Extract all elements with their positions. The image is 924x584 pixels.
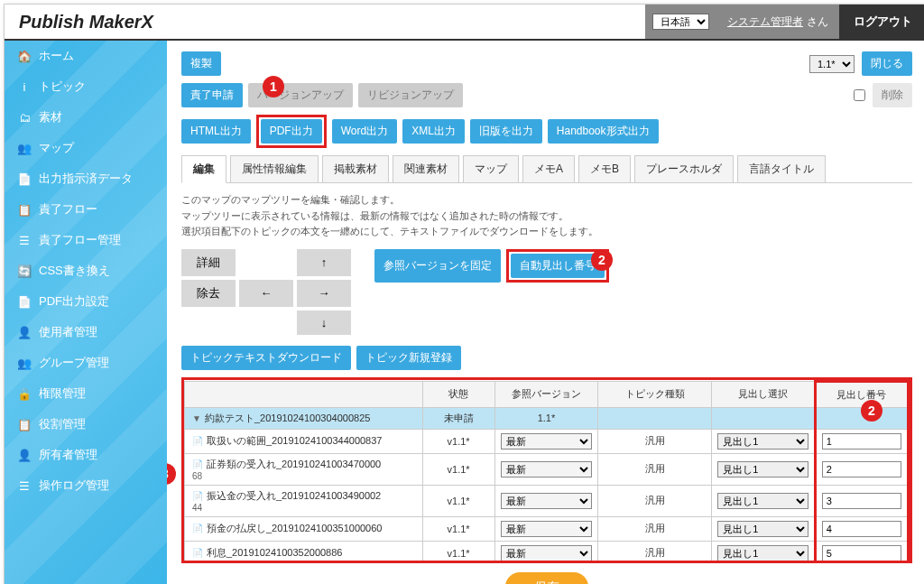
cell-name: 📄取扱いの範囲_20191024100344000837 — [185, 429, 423, 453]
row-icon: 📄 — [192, 491, 203, 501]
heading-number-input[interactable] — [822, 433, 901, 450]
sidebar-item-css[interactable]: 🔄CSS書き換え — [5, 255, 167, 286]
revision-up-button: リビジョンアップ — [358, 83, 463, 107]
sidebar-item-owner-mgmt[interactable]: 👤所有者管理 — [5, 440, 167, 470]
table-row[interactable]: 📄取扱いの範囲_20191024100344000837v1.1*最新汎用見出し… — [185, 429, 909, 453]
cell-heading: 見出し1 — [712, 516, 816, 541]
sidebar-item-home[interactable]: 🏠ホーム — [5, 41, 167, 71]
cell-refver: 1.1* — [494, 407, 598, 429]
sidebar-label: CSS書き換え — [39, 263, 110, 279]
sidebar-item-pdf-settings[interactable]: 📄PDF出力設定 — [5, 286, 167, 317]
refver-select[interactable]: 最新 — [501, 493, 593, 509]
sidebar-label: 使用者管理 — [39, 324, 97, 340]
cell-type: 汎用 — [598, 541, 712, 561]
topic-new-button[interactable]: トピック新規登録 — [356, 346, 461, 370]
heading-number-input[interactable] — [822, 521, 901, 537]
info-text: このマップのマップツリーを編集・確認します。 マップツリーに表示されている情報は… — [181, 192, 912, 240]
tab-memoa[interactable]: メモA — [522, 155, 575, 182]
logout-button[interactable]: ログアウト — [839, 5, 924, 39]
left-button[interactable]: ← — [239, 280, 293, 307]
tab-attr[interactable]: 属性情報編集 — [230, 155, 319, 182]
old-output-button[interactable]: 旧版を出力 — [470, 119, 542, 144]
cell-state: v1.1* — [422, 516, 494, 541]
handbook-output-button[interactable]: Handbook形式出力 — [548, 119, 659, 144]
detail-button[interactable]: 詳細 — [181, 249, 236, 276]
sidebar-item-group-mgmt[interactable]: 👥グループ管理 — [5, 348, 167, 378]
row-icon: 📄 — [192, 524, 203, 533]
language-selector[interactable]: 日本語 — [652, 14, 709, 30]
pdf-output-button[interactable]: PDF出力 — [261, 119, 322, 144]
close-button[interactable]: 閉じる — [862, 51, 912, 76]
table-row[interactable]: 📄預金の払戻し_20191024100351000060v1.1*最新汎用見出し… — [185, 516, 909, 541]
heading-number-input[interactable] — [822, 493, 901, 509]
right-button[interactable]: → — [297, 280, 351, 307]
tab-map[interactable]: マップ — [463, 155, 519, 182]
tab-langtitle[interactable]: 言語タイトル — [737, 155, 826, 182]
refver-select[interactable]: 最新 — [501, 545, 593, 561]
sidebar-label: 責了フロー管理 — [39, 232, 121, 248]
cell-heading — [712, 407, 816, 429]
username[interactable]: システム管理者 — [727, 14, 803, 30]
sidebar-item-log-mgmt[interactable]: ☰操作ログ管理 — [5, 470, 167, 501]
remove-button[interactable]: 除去 — [181, 280, 236, 307]
topic-download-button[interactable]: トピックテキストダウンロード — [181, 346, 351, 370]
table-row[interactable]: 📄振込金の受入れ_20191024100349000244v1.1*最新汎用見出… — [185, 485, 909, 516]
table-row[interactable]: ▼約款テスト_20191024100304000825未申請1.1* — [185, 407, 909, 429]
heading-select[interactable]: 見出し1 — [717, 545, 808, 561]
xml-output-button[interactable]: XML出力 — [402, 119, 465, 144]
sidebar-item-flow[interactable]: 📋責了フロー — [5, 194, 167, 225]
cell-refver: 最新 — [494, 541, 598, 561]
sidebar-label: 出力指示済データ — [39, 171, 133, 187]
sidebar-item-flow-mgmt[interactable]: ☰責了フロー管理 — [5, 225, 167, 255]
tab-related[interactable]: 関連素材 — [393, 155, 459, 182]
sidebar-item-topic[interactable]: iトピック — [5, 71, 167, 102]
refver-select[interactable]: 最新 — [501, 461, 593, 477]
cell-state: v1.1* — [422, 429, 494, 453]
heading-select[interactable]: 見出し1 — [717, 493, 808, 509]
sidebar-item-perm-mgmt[interactable]: 🔒権限管理 — [5, 378, 167, 409]
complete-button[interactable]: 責了申請 — [181, 83, 243, 107]
heading-select[interactable]: 見出し1 — [717, 461, 808, 477]
delete-checkbox[interactable] — [854, 89, 865, 101]
table-row[interactable]: 📄証券類の受入れ_20191024100347000068v1.1*最新汎用見出… — [185, 453, 909, 485]
list-icon: ☰ — [17, 234, 32, 247]
cell-type: 汎用 — [598, 485, 712, 516]
tab-placeholder[interactable]: プレースホルダ — [634, 155, 734, 182]
sidebar-item-map[interactable]: 👥マップ — [5, 133, 167, 163]
sidebar-label: 操作ログ管理 — [39, 477, 109, 494]
info-icon: i — [17, 80, 32, 94]
refver-select[interactable]: 最新 — [501, 433, 593, 450]
tab-material[interactable]: 掲載素材 — [322, 155, 389, 182]
cell-name: 📄証券類の受入れ_20191024100347000068 — [185, 453, 423, 485]
heading-select[interactable]: 見出し1 — [717, 433, 808, 450]
save-button[interactable]: 保存 — [505, 572, 588, 584]
sidebar-item-material[interactable]: 🗂素材 — [5, 102, 167, 133]
tab-memob[interactable]: メモB — [578, 155, 631, 182]
cell-type: 汎用 — [598, 453, 712, 485]
app-logo: Publish MakerX — [19, 12, 153, 32]
sidebar-item-output-data[interactable]: 📄出力指示済データ — [5, 163, 167, 194]
th-state: 状態 — [422, 381, 494, 407]
language-selector-wrap: 日本語 — [645, 5, 716, 39]
up-button[interactable]: ↑ — [297, 249, 351, 276]
refver-select[interactable]: 最新 — [501, 521, 593, 537]
word-output-button[interactable]: Word出力 — [332, 119, 397, 144]
html-output-button[interactable]: HTML出力 — [181, 119, 251, 144]
sidebar-label: ホーム — [39, 48, 74, 64]
heading-select[interactable]: 見出し1 — [717, 521, 808, 537]
delete-button[interactable]: 削除 — [873, 83, 912, 107]
table-row[interactable]: 📄利息_20191024100352000886v1.1*最新汎用見出し1 — [185, 541, 909, 561]
heading-number-input[interactable] — [822, 461, 901, 477]
tab-edit[interactable]: 編集 — [181, 155, 226, 183]
down-button[interactable]: ↓ — [297, 311, 351, 335]
copy-button[interactable]: 複製 — [181, 51, 221, 76]
cell-heading: 見出し1 — [712, 541, 816, 561]
fix-version-button[interactable]: 参照バージョンを固定 — [374, 249, 501, 283]
sidebar-label: 権限管理 — [39, 385, 86, 402]
user-icon: 👤 — [17, 326, 32, 339]
sidebar-item-role-mgmt[interactable]: 📋役割管理 — [5, 409, 167, 440]
version-select[interactable]: 1.1* — [809, 55, 855, 73]
heading-number-input[interactable] — [822, 545, 901, 561]
cell-type: 汎用 — [598, 516, 712, 541]
sidebar-item-user-mgmt[interactable]: 👤使用者管理 — [5, 317, 167, 348]
